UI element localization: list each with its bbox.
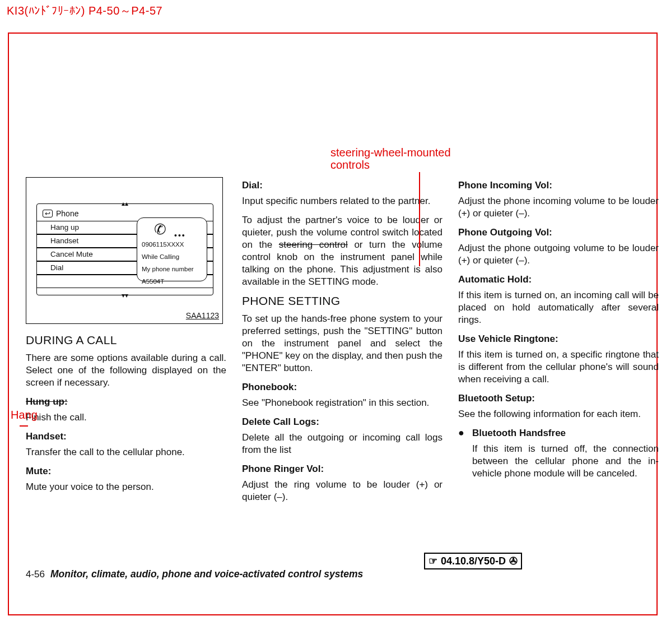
call-info-box: ✆ ••• 0906115XXXX While Calling My phone… — [137, 217, 207, 281]
annotation-hang: Hang — [11, 409, 38, 421]
column-3: Phone Incoming Vol: Adjust the phone inc… — [458, 177, 659, 581]
column-1: ▴▴ ↩ Phone Hang up Handset Cancel Mute D… — [26, 177, 226, 581]
signal-dots-icon: ••• — [174, 229, 186, 242]
in-car-screen: ▴▴ ↩ Phone Hang up Handset Cancel Mute D… — [36, 203, 213, 295]
item-title: Phonebook: — [242, 381, 443, 393]
page-footer: 4-56 Monitor, climate, audio, phone and … — [26, 568, 363, 581]
screen-title: Phone — [56, 207, 78, 220]
item-title: Delete Call Logs: — [242, 416, 443, 428]
back-arrow-icon: ↩ — [43, 210, 53, 217]
call-status: While Calling — [142, 251, 202, 263]
page-border: steering-wheel-mounted controls Hang ▴▴ … — [8, 33, 658, 615]
paragraph: Adjust the ring volume to be louder (+) … — [242, 479, 443, 503]
bullet-title: Bluetooth Handsfree — [472, 427, 659, 439]
item-title: Handset: — [26, 430, 226, 443]
bullet-paragraph: If this item is turned off, the connec­t… — [472, 443, 659, 480]
scroll-up-indicator: ▴▴ — [122, 197, 128, 210]
item-title: Automatic Hold: — [458, 274, 659, 286]
paragraph: To set up the hands-free phone system to… — [242, 313, 443, 374]
my-number-label: My phone number — [142, 263, 202, 275]
call-number: 0906115XXXX — [142, 238, 202, 251]
paragraph: Mute your voice to the person. — [26, 481, 226, 493]
coil-icon: ✇ — [509, 555, 518, 567]
my-number: A5504T — [142, 275, 202, 288]
menu-item: Hang up — [37, 221, 79, 234]
figure-id: SAA1123 — [186, 309, 219, 322]
item-title: Mute: — [26, 465, 226, 478]
menu-item: Handset — [37, 235, 78, 247]
paragraph-with-correction: To adjust the partner's voice to be loud… — [242, 214, 443, 288]
item-title: Dial: — [242, 179, 443, 192]
annotation-steering-leader — [419, 172, 420, 266]
section-heading: PHONE SETTING — [242, 295, 443, 307]
item-title: Phone Outgoing Vol: — [458, 226, 659, 239]
item-title: Bluetooth Setup: — [458, 392, 659, 405]
annotation-hang-leader — [20, 425, 28, 427]
item-title: Hung up: — [26, 396, 226, 408]
paragraph: Adjust the phone incoming volume to be l… — [458, 195, 659, 220]
paragraph: See the following information for each i… — [458, 408, 659, 420]
screen-header: ↩ Phone — [43, 207, 78, 220]
paragraph: See "Phonebook registration" in this sec… — [242, 397, 443, 409]
paragraph: Delete all the outgoing or incoming call… — [242, 432, 443, 456]
annotation-steering: steering-wheel-mounted controls — [330, 146, 451, 171]
item-title: Phone Incoming Vol: — [458, 179, 659, 192]
bullet-dot-icon: ● — [458, 427, 464, 480]
item-title: Phone Ringer Vol: — [242, 463, 443, 475]
page-number: 4-56 — [26, 568, 45, 581]
pointer-icon: ☞ — [429, 555, 437, 567]
paragraph: Finish the call. — [26, 411, 226, 424]
paragraph: If this item is turned on, a specific ri… — [458, 349, 659, 386]
stamp-text: 04.10.8/Y50-D — [441, 555, 506, 567]
paragraph: Transfer the call to the cellular phone. — [26, 446, 226, 458]
menu-item: Dial — [37, 262, 63, 274]
menu-item: Cancel Mute — [37, 248, 93, 261]
bullet-item: ● Bluetooth Handsfree If this item is tu… — [458, 427, 659, 480]
section-heading: DURING A CALL — [26, 334, 226, 346]
chapter-title: Monitor, climate, audio, phone and voice… — [50, 568, 363, 580]
struck-text: steering control — [279, 239, 348, 250]
column-2: Dial: Input specific numbers related to … — [242, 177, 443, 581]
figure-phone-screen: ▴▴ ↩ Phone Hang up Handset Cancel Mute D… — [26, 177, 223, 324]
item-title: Use Vehicle Ringtone: — [458, 333, 659, 345]
scroll-down-indicator: ▾▾ — [122, 289, 128, 302]
paragraph: There are some options available during … — [26, 352, 226, 389]
paragraph: Adjust the phone outgoing volume to be l… — [458, 242, 659, 267]
paragraph: If this item is turned on, an incoming c… — [458, 289, 659, 326]
revision-stamp: ☞ 04.10.8/Y50-D ✇ — [424, 553, 522, 569]
page-header-annotation: KI3(ﾊﾝﾄﾞﾌﾘｰﾎﾝ) P4-50～P4-57 — [7, 3, 162, 18]
page-content: ▴▴ ↩ Phone Hang up Handset Cancel Mute D… — [26, 177, 659, 581]
paragraph: Input specific numbers related to the pa… — [242, 195, 443, 207]
